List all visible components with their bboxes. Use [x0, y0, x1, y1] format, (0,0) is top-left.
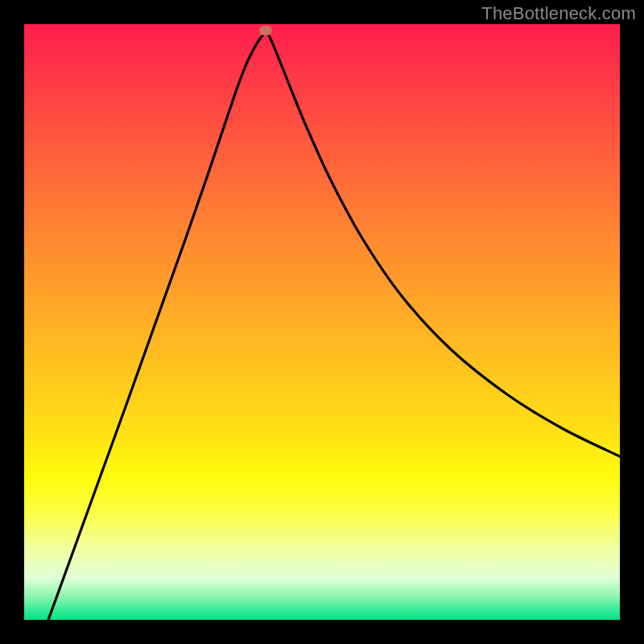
optimal-point-marker: [259, 26, 272, 35]
plot-area: [24, 24, 620, 620]
watermark-text: TheBottleneck.com: [481, 3, 636, 24]
chart-container: TheBottleneck.com: [0, 0, 644, 644]
bottleneck-curve: [48, 31, 620, 620]
curve-svg: [24, 24, 620, 620]
